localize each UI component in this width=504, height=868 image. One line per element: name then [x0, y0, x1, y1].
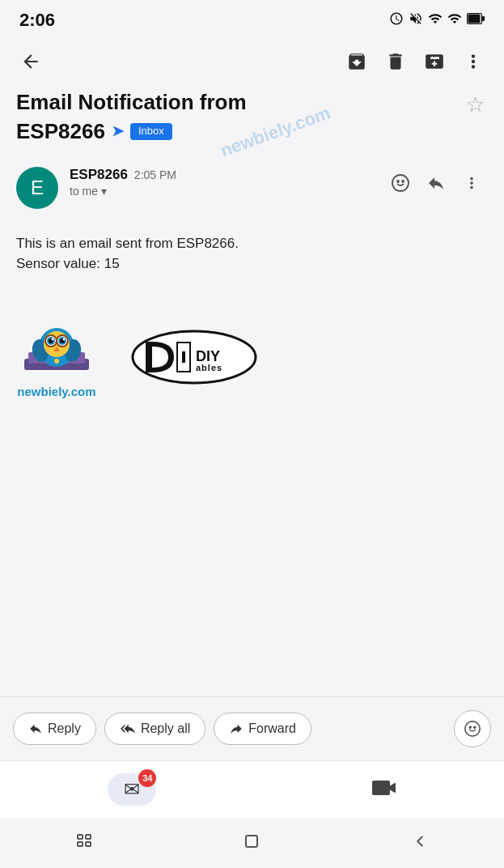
- email-title-row: Email Notification from ESP8266 ➤ Inbox …: [16, 86, 488, 146]
- svg-text:ables: ables: [196, 363, 222, 372]
- diyables-logo: DIY ables: [129, 329, 259, 385]
- sender-more-button[interactable]: [455, 167, 488, 199]
- svg-point-24: [54, 359, 59, 364]
- svg-rect-29: [182, 351, 185, 363]
- android-home-button[interactable]: [239, 829, 264, 853]
- email-title-line2: ESP8266 ➤ Inbox: [16, 118, 456, 146]
- header-actions: [339, 44, 491, 79]
- mute-icon: [409, 11, 423, 29]
- svg-point-19: [63, 338, 66, 340]
- email-content: Email Notification from ESP8266 ➤ Inbox …: [0, 86, 504, 696]
- reply-bar: Reply Reply all Forward: [0, 696, 504, 760]
- svg-point-4: [397, 181, 399, 182]
- svg-rect-38: [86, 842, 91, 846]
- video-nav-button[interactable]: [372, 777, 396, 803]
- newbiely-logo: newbiely.com: [16, 317, 97, 398]
- battery-icon: [467, 13, 485, 28]
- status-time: 2:06: [19, 10, 55, 31]
- more-button[interactable]: [455, 44, 491, 79]
- owl-svg: [16, 317, 97, 381]
- sender-info: ESP8266 2:05 PM to me ▾: [70, 167, 373, 198]
- status-icons: [389, 11, 485, 29]
- svg-point-18: [52, 338, 54, 340]
- bottom-nav: ✉ 34: [0, 760, 504, 818]
- android-recents-button[interactable]: [72, 829, 96, 853]
- sender-avatar: E: [16, 167, 58, 209]
- logos-section: newbiely.com DIY ables: [16, 300, 488, 431]
- emoji-button[interactable]: [454, 710, 491, 747]
- email-title-line1: Email Notification from: [16, 89, 456, 117]
- svg-rect-35: [78, 835, 83, 839]
- sender-actions: [384, 167, 488, 199]
- sender-time: 2:05 PM: [134, 168, 176, 181]
- mail-icon: ✉: [124, 778, 140, 801]
- sender-row: E ESP8266 2:05 PM to me ▾: [16, 159, 488, 217]
- sender-name: ESP8266: [70, 167, 128, 183]
- reply-button[interactable]: Reply: [13, 713, 96, 745]
- svg-point-32: [465, 721, 480, 736]
- alarm-icon: [389, 11, 404, 29]
- signal-icon: [447, 11, 462, 29]
- android-back-button[interactable]: [408, 829, 432, 853]
- reply-all-button[interactable]: Reply all: [104, 713, 205, 745]
- inbox-badge: Inbox: [130, 123, 172, 140]
- inbox-arrow-icon: ➤: [112, 122, 124, 141]
- diyables-svg: DIY ables: [129, 329, 259, 385]
- svg-rect-39: [246, 836, 257, 847]
- svg-rect-1: [482, 16, 485, 21]
- back-button[interactable]: [13, 44, 49, 79]
- star-button[interactable]: ☆: [463, 89, 488, 121]
- emoji-react-button[interactable]: [384, 167, 417, 199]
- svg-point-33: [469, 726, 471, 728]
- newbiely-text: newbiely.com: [17, 385, 95, 398]
- sender-name-row: ESP8266 2:05 PM: [70, 167, 373, 183]
- phone-screen: newbiely.com 2:06: [0, 0, 504, 868]
- svg-text:DIY: DIY: [196, 348, 220, 364]
- reply-button[interactable]: [420, 167, 452, 199]
- email-title: Email Notification from ESP8266 ➤ Inbox: [16, 89, 456, 146]
- action-bar: [0, 37, 504, 86]
- svg-point-3: [392, 175, 409, 191]
- status-bar: 2:06: [0, 0, 504, 37]
- android-nav: [0, 818, 504, 868]
- email-body-line2: Sensor value: 15: [16, 253, 488, 274]
- mail-nav-item[interactable]: ✉ 34: [108, 769, 156, 810]
- email-body: This is an email sent from ESP8266. Sens…: [16, 233, 488, 274]
- forward-button[interactable]: Forward: [214, 713, 311, 745]
- svg-point-5: [402, 181, 404, 182]
- wifi-icon: [428, 11, 443, 29]
- svg-rect-26: [146, 342, 152, 372]
- svg-rect-2: [468, 15, 481, 23]
- sender-to[interactable]: to me ▾: [70, 185, 373, 198]
- svg-rect-36: [86, 835, 91, 839]
- email-body-line1: This is an email sent from ESP8266.: [16, 233, 488, 254]
- svg-rect-37: [78, 842, 83, 846]
- archive-button[interactable]: [339, 44, 375, 79]
- svg-point-34: [474, 726, 476, 728]
- delete-button[interactable]: [378, 44, 413, 79]
- label-button[interactable]: [417, 44, 452, 79]
